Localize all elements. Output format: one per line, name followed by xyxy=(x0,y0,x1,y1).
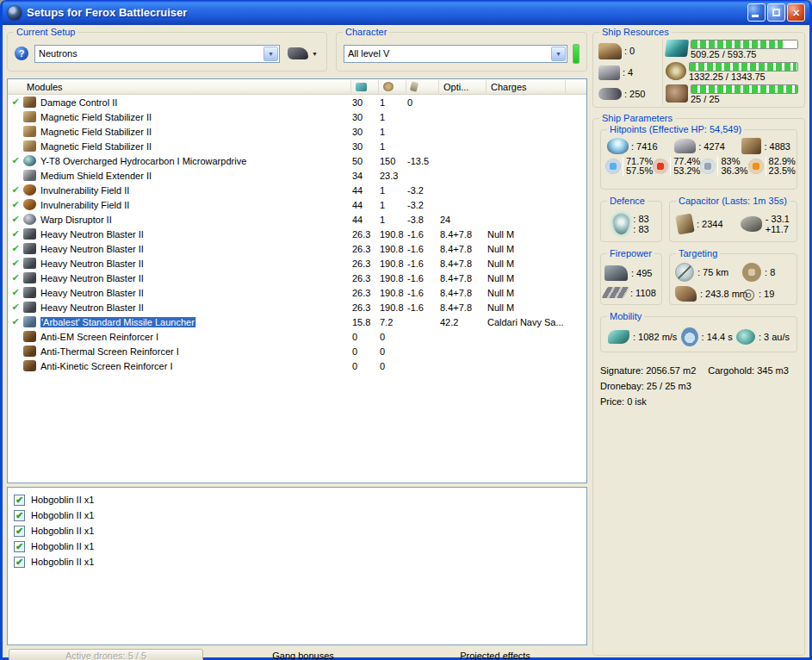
setup-combobox[interactable]: Neutrons ▼ xyxy=(34,45,280,63)
drone-checkbox[interactable]: ✔ xyxy=(14,495,25,506)
module-name: Heavy Neutron Blaster II xyxy=(40,244,350,254)
maximize-button[interactable] xyxy=(767,3,785,22)
drone-checkbox[interactable]: ✔ xyxy=(14,557,25,568)
module-row[interactable]: Magnetic Field Stabilizer II301 xyxy=(8,139,586,153)
module-row[interactable]: Anti-EM Screen Reinforcer I00 xyxy=(8,329,586,344)
titlebar[interactable]: Setups for Ferox Battlecruiser × xyxy=(3,0,809,25)
module-col-opti: 42.2 xyxy=(438,317,486,327)
module-row[interactable]: ✔Y-T8 Overcharged Hydrocarbon I Microwar… xyxy=(8,153,586,168)
capacitor-column-header[interactable] xyxy=(406,80,438,93)
minimize-button[interactable] xyxy=(747,3,766,22)
magnetic-field-stabilizer-icon xyxy=(23,126,36,137)
sensor-strength-pair: ◎ : 19 xyxy=(742,286,793,302)
resource-bar-row: 509.25 / 593.75 xyxy=(666,40,801,60)
gang-bonuses-tab[interactable]: Gang bonuses xyxy=(203,651,403,660)
defence-group: Defence : 83 : 83 xyxy=(600,201,662,242)
module-row[interactable]: ✔Invulnerability Field II441-3.2 xyxy=(8,183,586,197)
scan-resolution-value: : 243.8 mm xyxy=(700,289,747,299)
cpu-column-header[interactable] xyxy=(350,80,378,93)
module-col-pg: 0 xyxy=(378,361,406,371)
drone-row[interactable]: ✔Hobgoblin II x1 xyxy=(8,507,586,523)
module-col-pg: 190.8 xyxy=(378,288,406,298)
drone-checkbox[interactable]: ✔ xyxy=(14,526,25,537)
speed-pair: : 1082 m/s xyxy=(608,330,677,344)
drone-row[interactable]: ✔Hobgoblin II x1 xyxy=(8,492,586,507)
module-row[interactable]: ✔Invulnerability Field II441-3.2 xyxy=(8,197,586,212)
charges-column-header[interactable]: Charges xyxy=(486,80,565,93)
setup-menu-button[interactable]: ▼ xyxy=(286,46,319,61)
resist-values: 71.7%57.5% xyxy=(626,157,653,176)
module-name: Y-T8 Overcharged Hydrocarbon I Microwarp… xyxy=(40,156,350,166)
current-setup-group: Current Setup ? Neutrons ▼ ▼ xyxy=(7,32,327,72)
module-name-text: Magnetic Field Stabilizer II xyxy=(40,141,152,152)
module-col-cap: -1.6 xyxy=(406,302,438,313)
powergrid-column-header[interactable] xyxy=(378,80,406,93)
explosive-resist-icon xyxy=(748,159,764,174)
module-col-cap: -13.5 xyxy=(406,156,438,166)
module-row[interactable]: ✔Heavy Neutron Blaster II26.3190.8-1.68.… xyxy=(8,285,586,300)
optimal-column-header[interactable]: Opti... xyxy=(438,80,486,93)
module-row[interactable]: Anti-Kinetic Screen Reinforcer I00 xyxy=(8,358,586,373)
drone-row[interactable]: ✔Hobgoblin II x1 xyxy=(8,523,586,539)
module-active-check-icon: ✔ xyxy=(8,271,23,285)
missile-volley-icon xyxy=(602,287,630,298)
drone-checkbox[interactable]: ✔ xyxy=(14,510,25,521)
character-combobox[interactable]: All level V ▼ xyxy=(344,45,567,63)
module-row[interactable]: Medium Shield Extender II3423.3 xyxy=(8,168,586,183)
module-col-pg: 190.8 xyxy=(378,258,406,269)
module-row[interactable]: ✔Heavy Neutron Blaster II26.3190.8-1.68.… xyxy=(8,227,586,241)
mobility-label: Mobility xyxy=(607,311,644,322)
projected-effects-tab[interactable]: Projected effects xyxy=(403,651,587,660)
active-drones-tab[interactable]: Active drones: 5 / 5 xyxy=(9,649,203,660)
kinetic-resist-icon xyxy=(700,159,716,174)
module-row[interactable]: ✔Heavy Neutron Blaster II26.3190.8-1.68.… xyxy=(8,241,586,256)
align-time-icon xyxy=(681,327,698,346)
module-row[interactable]: ✔Damage Control II3010 xyxy=(8,95,586,109)
module-row[interactable]: ✔'Arbalest' Standard Missile Launcher15.… xyxy=(8,314,586,329)
hp-pool: : 4883 xyxy=(741,138,790,154)
chevron-down-icon[interactable]: ▼ xyxy=(263,47,278,61)
module-col-charges: Null M xyxy=(486,258,586,269)
module-col-cap: -1.6 xyxy=(406,229,438,240)
module-col-cap: 0 xyxy=(406,97,438,108)
ship-parameters-group: Ship Parameters Hitpoints (Effective HP:… xyxy=(592,118,805,656)
drone-row[interactable]: ✔Hobgoblin II x1 xyxy=(8,539,586,554)
module-row[interactable]: Magnetic Field Stabilizer II301 xyxy=(8,109,586,124)
hp-pool-value: : 4883 xyxy=(764,141,790,152)
modules-header[interactable]: Modules Opti... Charges xyxy=(8,79,586,95)
module-active-check-icon: ✔ xyxy=(8,197,23,212)
em-resist-icon xyxy=(605,159,621,174)
module-row[interactable]: Anti-Thermal Screen Reinforcer I00 xyxy=(8,344,586,358)
dronebay-value: Dronebay: 25 / 25 m3 xyxy=(600,378,797,394)
module-row[interactable]: ✔Heavy Neutron Blaster II26.3190.8-1.68.… xyxy=(8,256,586,271)
module-name-text: Heavy Neutron Blaster II xyxy=(40,258,144,269)
module-row[interactable]: ✔Heavy Neutron Blaster II26.3190.8-1.68.… xyxy=(8,300,586,314)
module-row[interactable]: ✔Warp Disruptor II441-3.824 xyxy=(8,212,586,227)
module-name-text: Heavy Neutron Blaster II xyxy=(40,273,144,283)
module-active-check-icon: ✔ xyxy=(8,183,23,197)
module-col-cpu: 30 xyxy=(350,112,378,122)
drone-checkbox[interactable]: ✔ xyxy=(14,541,25,552)
resource-slot-row: : 250 xyxy=(598,83,662,104)
module-col-opti: 8.4+7.8 xyxy=(438,302,486,313)
module-col-opti: 8.4+7.8 xyxy=(438,273,486,283)
sensor-strength-icon: ◎ xyxy=(742,286,755,302)
close-button[interactable]: × xyxy=(787,3,805,22)
chevron-down-icon[interactable]: ▼ xyxy=(551,47,566,61)
targeting-range-icon xyxy=(675,263,694,282)
module-name-text: Y-T8 Overcharged Hydrocarbon I Microwarp… xyxy=(40,156,246,166)
defence-icon xyxy=(613,214,629,234)
drone-row[interactable]: ✔Hobgoblin II x1 xyxy=(8,554,586,570)
launcher-hardpoints-icon xyxy=(598,65,620,80)
resource-bar-text: 1332.25 / 1343.75 xyxy=(689,72,798,83)
module-name: Warp Disruptor II xyxy=(40,215,350,225)
armor-hp-icon xyxy=(674,139,696,153)
module-name-text: Anti-EM Screen Reinforcer I xyxy=(40,332,158,342)
left-column: Current Setup ? Neutrons ▼ ▼ Character A… xyxy=(7,28,587,657)
cargohold-value: Cargohold: 345 m3 xyxy=(708,363,789,378)
help-icon[interactable]: ? xyxy=(15,47,28,60)
module-row[interactable]: Magnetic Field Stabilizer II301 xyxy=(8,124,586,139)
resource-bar-text: 509.25 / 593.75 xyxy=(691,49,798,60)
module-row[interactable]: ✔Heavy Neutron Blaster II26.3190.8-1.68.… xyxy=(8,271,586,285)
modules-column-header[interactable]: Modules xyxy=(8,82,350,92)
